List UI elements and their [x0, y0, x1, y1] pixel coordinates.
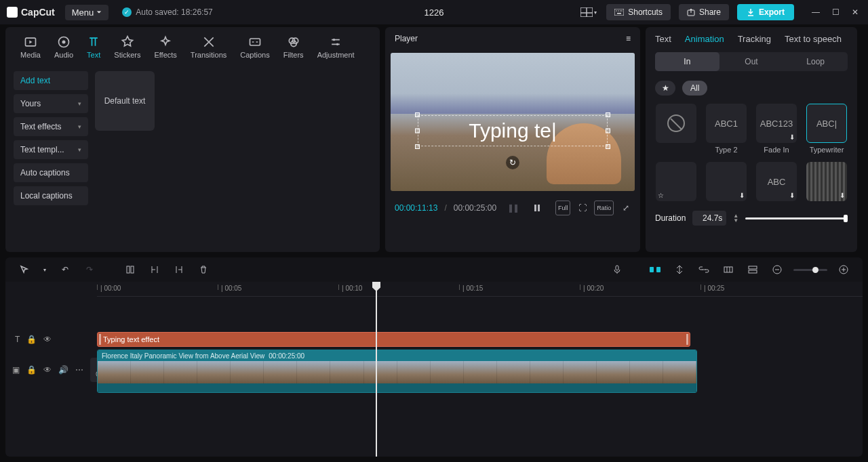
anim-slot5[interactable]: ☆	[656, 162, 696, 201]
cat-auto-captions[interactable]: Auto captions	[14, 163, 88, 182]
insp-tab-text[interactable]: Text	[655, 34, 671, 44]
svg-point-12	[62, 41, 66, 44]
ruler-tick: | 00:15	[459, 285, 483, 290]
duration-slider[interactable]	[745, 217, 848, 219]
tab-stickers[interactable]: Stickers	[107, 33, 147, 62]
export-button[interactable]: Export	[737, 4, 794, 20]
mute-icon[interactable]: 🔊	[58, 365, 68, 375]
seg-in[interactable]: In	[655, 52, 719, 71]
duration-input[interactable]	[692, 211, 726, 226]
anim-slot7[interactable]: ABC⬇	[756, 162, 797, 201]
zoom-slider[interactable]	[793, 269, 827, 271]
minimize-button[interactable]: —	[809, 7, 823, 17]
menu-button[interactable]: Menu	[65, 5, 109, 20]
resize-handle[interactable]	[606, 112, 610, 117]
select-dropdown[interactable]: ▾	[41, 261, 49, 278]
total-duration: 00:00:25:00	[454, 203, 496, 213]
download-icon: ⬇	[739, 192, 745, 199]
shortcuts-button[interactable]: Shortcuts	[606, 4, 671, 20]
eye-icon[interactable]: 👁	[43, 365, 52, 375]
more-icon[interactable]: ⋯	[75, 365, 83, 375]
zoom-fit-icon[interactable]	[835, 261, 852, 278]
player-menu-icon[interactable]: ≡	[626, 34, 631, 43]
anim-slot8[interactable]: ⬇	[806, 162, 847, 201]
anim-type2[interactable]: ABC1	[706, 104, 747, 143]
cat-add-text[interactable]: Add text	[14, 71, 88, 90]
resize-handle[interactable]	[606, 129, 610, 133]
media-panel: Media Audio Text Stickers Effects Transi…	[5, 27, 380, 252]
tab-text[interactable]: Text	[80, 33, 107, 62]
anim-typewriter[interactable]: ABC|	[806, 104, 847, 143]
cat-text-effects[interactable]: Text effects▾	[14, 117, 88, 136]
seg-loop[interactable]: Loop	[783, 52, 848, 71]
eye-icon[interactable]: 👁	[43, 335, 52, 344]
fullscreen-icon[interactable]: ⤢	[620, 201, 631, 215]
text-track-head: T 🔒 👁	[5, 331, 97, 348]
svg-rect-23	[616, 266, 618, 270]
text-overlay-box[interactable]: Typing te| ↻	[418, 115, 608, 146]
undo-button[interactable]: ↶	[57, 261, 73, 278]
tab-filters[interactable]: Filters	[277, 33, 311, 62]
split-tool[interactable]	[122, 261, 138, 278]
zoom-out-icon[interactable]	[769, 261, 785, 278]
anim-none[interactable]	[656, 104, 696, 143]
trim-left-tool[interactable]	[146, 261, 163, 278]
anim-fadein[interactable]: ABC123⬇	[756, 104, 797, 143]
lock-icon[interactable]: 🔒	[26, 365, 37, 375]
seg-out[interactable]: Out	[719, 52, 784, 71]
resize-handle[interactable]	[606, 144, 610, 149]
resize-handle[interactable]	[415, 112, 420, 117]
cat-text-templates[interactable]: Text templ...▾	[14, 140, 88, 159]
adjustment-icon	[329, 35, 342, 49]
text-clip[interactable]: Typing text effect	[97, 332, 690, 347]
tab-transitions[interactable]: Transitions	[184, 33, 233, 62]
crop-icon[interactable]: ⛶	[577, 201, 587, 215]
resize-handle[interactable]	[415, 129, 420, 133]
default-text-preset[interactable]: Default text	[95, 71, 155, 131]
tab-captions[interactable]: Captions	[233, 33, 276, 62]
playhead[interactable]	[376, 282, 377, 457]
snap-icon[interactable]	[671, 261, 688, 278]
preview-viewport[interactable]: Typing te| ↻	[391, 53, 635, 191]
insp-tab-tracking[interactable]: Tracking	[738, 34, 771, 44]
layout-icon[interactable]: ▾	[579, 3, 598, 21]
resize-handle[interactable]	[415, 144, 420, 149]
rotate-handle[interactable]: ↻	[506, 156, 519, 169]
track-options-icon[interactable]	[745, 261, 761, 278]
tab-adjustment[interactable]: Adjustment	[311, 33, 361, 62]
trim-right-tool[interactable]	[171, 261, 187, 278]
close-button[interactable]: ✕	[849, 7, 861, 17]
maximize-button[interactable]: ☐	[829, 7, 842, 17]
select-tool[interactable]	[16, 261, 33, 278]
full-button[interactable]: Full	[555, 201, 571, 215]
download-icon: ⬇	[789, 133, 795, 141]
mic-icon[interactable]	[609, 261, 625, 278]
cat-local-captions[interactable]: Local captions	[14, 186, 88, 205]
video-clip[interactable]: Florence Italy Panoramic View from Above…	[97, 350, 697, 393]
share-icon	[687, 8, 695, 16]
magnet-icon[interactable]	[647, 261, 663, 278]
svg-point-7	[622, 10, 623, 11]
anim-slot6[interactable]: ⬇	[706, 162, 747, 201]
redo-button[interactable]: ↷	[81, 261, 98, 278]
tab-media[interactable]: Media	[14, 33, 47, 62]
svg-rect-20	[538, 205, 540, 211]
lock-icon[interactable]: 🔒	[26, 335, 37, 344]
favorites-filter[interactable]: ★	[655, 81, 675, 96]
delete-tool[interactable]	[195, 261, 212, 278]
cat-yours[interactable]: Yours▾	[14, 94, 88, 113]
star-icon: ★	[662, 83, 669, 93]
tab-audio[interactable]: Audio	[47, 33, 80, 62]
time-ruler[interactable]: | 00:00| 00:05| 00:10| 00:15| 00:20| 00:…	[97, 282, 863, 297]
insp-tab-tts[interactable]: Text to speech	[785, 34, 842, 44]
tab-effects[interactable]: Effects	[147, 33, 183, 62]
ratio-button[interactable]: Ratio	[594, 201, 614, 215]
link-icon[interactable]	[696, 261, 712, 278]
prev-frame-icon[interactable]: ❚❚	[507, 203, 518, 213]
insp-tab-animation[interactable]: Animation	[685, 34, 724, 44]
pause-button[interactable]	[532, 201, 542, 215]
duration-stepper[interactable]: ▲▼	[733, 213, 738, 223]
share-button[interactable]: Share	[679, 4, 729, 20]
all-filter[interactable]: All	[682, 81, 707, 96]
preview-render-icon[interactable]	[720, 261, 736, 278]
